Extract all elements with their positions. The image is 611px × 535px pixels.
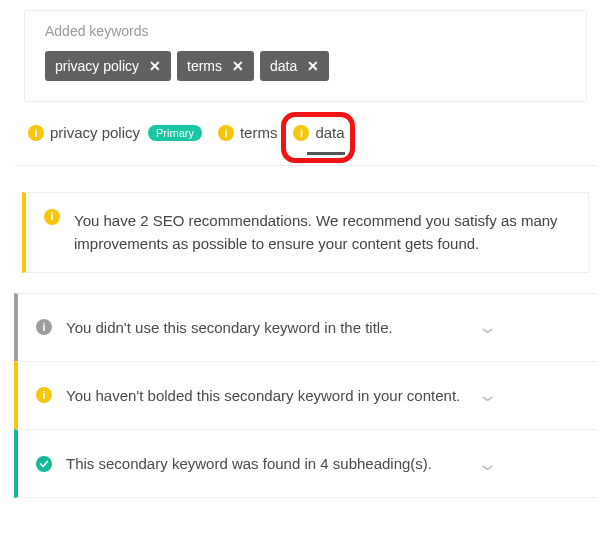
- seo-item-text: You didn't use this secondary keyword in…: [66, 316, 466, 339]
- close-icon[interactable]: ✕: [149, 58, 161, 74]
- tab-label: privacy policy: [50, 124, 140, 141]
- info-icon: i: [36, 319, 52, 335]
- close-icon[interactable]: ✕: [307, 58, 319, 74]
- close-icon[interactable]: ✕: [232, 58, 244, 74]
- seo-item[interactable]: i You didn't use this secondary keyword …: [14, 293, 597, 361]
- added-keywords-title: Added keywords: [45, 23, 566, 39]
- tab-label: data: [315, 124, 344, 141]
- tab-terms[interactable]: i terms: [218, 124, 278, 155]
- seo-item-text: This secondary keyword was found in 4 su…: [66, 452, 466, 475]
- info-icon: i: [218, 125, 234, 141]
- recommendation-box: i You have 2 SEO recommendations. We rec…: [22, 192, 589, 273]
- info-icon: i: [44, 209, 60, 225]
- keyword-chip[interactable]: privacy policy ✕: [45, 51, 171, 81]
- chevron-down-icon[interactable]: ⌄: [477, 384, 498, 406]
- recommendation-text: You have 2 SEO recommendations. We recom…: [74, 209, 570, 256]
- chip-label: privacy policy: [55, 58, 139, 74]
- seo-item[interactable]: i You haven't bolded this secondary keyw…: [14, 361, 597, 429]
- keyword-chip[interactable]: terms ✕: [177, 51, 254, 81]
- info-icon: i: [28, 125, 44, 141]
- added-keywords-box: Added keywords privacy policy ✕ terms ✕ …: [24, 10, 587, 102]
- info-icon: i: [36, 387, 52, 403]
- check-icon: [36, 456, 52, 472]
- tab-privacy-policy[interactable]: i privacy policy Primary: [28, 124, 202, 155]
- keyword-tabs: i privacy policy Primary i terms i data: [14, 120, 597, 166]
- keyword-chip[interactable]: data ✕: [260, 51, 329, 81]
- primary-badge: Primary: [148, 125, 202, 141]
- chevron-down-icon[interactable]: ⌄: [477, 316, 498, 338]
- tab-data[interactable]: i data: [293, 124, 344, 155]
- chip-label: terms: [187, 58, 222, 74]
- seo-item-text: You haven't bolded this secondary keywor…: [66, 384, 466, 407]
- keyword-chips: privacy policy ✕ terms ✕ data ✕: [45, 51, 566, 81]
- tab-label: terms: [240, 124, 278, 141]
- info-icon: i: [293, 125, 309, 141]
- chevron-down-icon[interactable]: ⌄: [477, 453, 498, 475]
- chip-label: data: [270, 58, 297, 74]
- seo-item[interactable]: This secondary keyword was found in 4 su…: [14, 429, 597, 498]
